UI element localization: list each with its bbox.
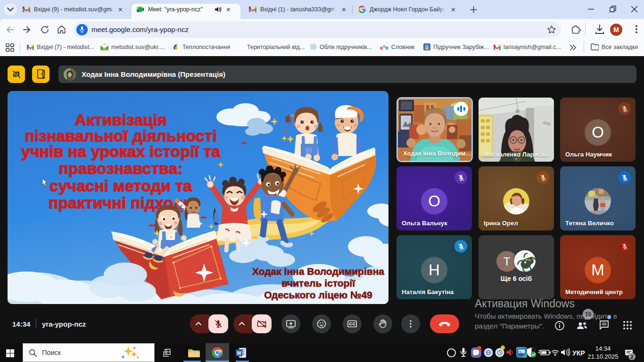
svg-text:правознавства:: правознавства: [58, 159, 183, 177]
svg-text:сучасні методи та: сучасні методи та [50, 177, 193, 195]
svg-text:Ходак Інна Володимирівна: Ходак Інна Володимирівна [252, 266, 384, 277]
svg-text:учнів на уроках історії та: учнів на уроках історії та [21, 142, 221, 160]
svg-text:Активізація: Активізація [74, 111, 166, 129]
svg-text:Одеського ліцею №49: Одеського ліцею №49 [264, 289, 372, 300]
svg-text:W: W [237, 351, 241, 356]
svg-text:вчитель історії: вчитель історії [281, 278, 355, 288]
